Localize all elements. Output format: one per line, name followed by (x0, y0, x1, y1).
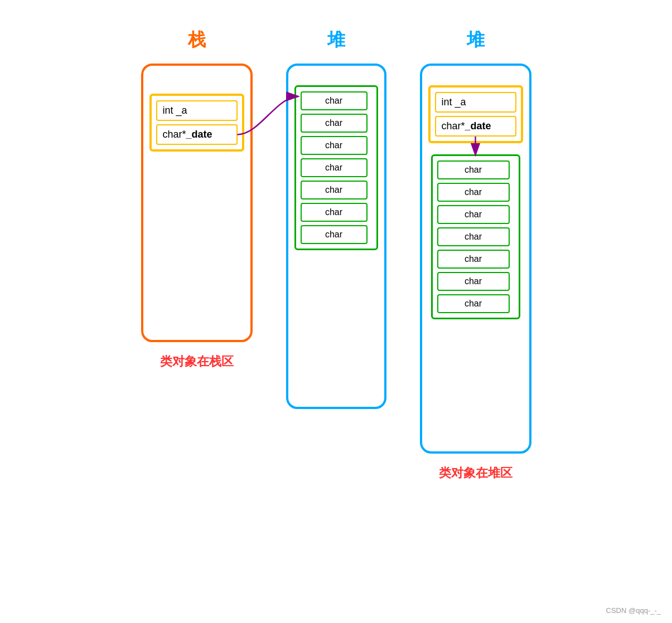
stack-int-a: int _a (156, 100, 238, 121)
stack-char-date: char*_date (156, 124, 238, 145)
heap-right-char-date: char*_date (435, 116, 516, 137)
heap-left-title: 堆 (327, 28, 345, 52)
char-cell-6: char (301, 225, 368, 244)
heap-right-char-cell-0: char (437, 160, 510, 179)
heap-right-title: 堆 (467, 28, 485, 52)
heap-right-char-cell-6: char (437, 294, 510, 313)
heap-right-char-cell-5: char (437, 272, 510, 291)
heap-right-section: 堆 int _a char*_date char char char char … (420, 28, 531, 481)
heap-left-section: 堆 char char char char char char char (286, 28, 386, 409)
heap-right-label: 类对象在堆区 (439, 465, 513, 481)
stack-date-bold: _date (186, 129, 212, 140)
stack-title: 栈 (188, 28, 206, 52)
heap-right-char-cell-1: char (437, 183, 510, 202)
stack-yellow-group: int _a char*_date (149, 94, 244, 152)
heap-right-char-cell-4: char (437, 250, 510, 269)
stack-box: int _a char*_date (141, 64, 253, 342)
stack-label: 类对象在栈区 (160, 353, 234, 370)
heap-right-green-group: char char char char char char char (431, 154, 520, 319)
char-cell-3: char (301, 158, 368, 177)
char-cell-2: char (301, 136, 368, 155)
heap-right-char-cell-3: char (437, 227, 510, 246)
char-cell-4: char (301, 181, 368, 199)
heap-left-box: char char char char char char char (286, 64, 386, 409)
heap-right-date-bold: _date (465, 120, 491, 132)
heap-left-green-group: char char char char char char char (294, 85, 378, 250)
heap-right-char-cell-2: char (437, 205, 510, 224)
heap-right-box: int _a char*_date char char char char ch… (420, 64, 531, 454)
heap-right-int-a: int _a (435, 92, 516, 113)
char-cell-0: char (301, 91, 368, 110)
char-cell-5: char (301, 203, 368, 222)
heap-right-yellow-group: int _a char*_date (428, 85, 523, 143)
watermark: CSDN @qqq-_-_ (606, 606, 661, 615)
stack-section: 栈 int _a char*_date 类对象在栈区 (141, 28, 253, 370)
char-cell-1: char (301, 114, 368, 133)
